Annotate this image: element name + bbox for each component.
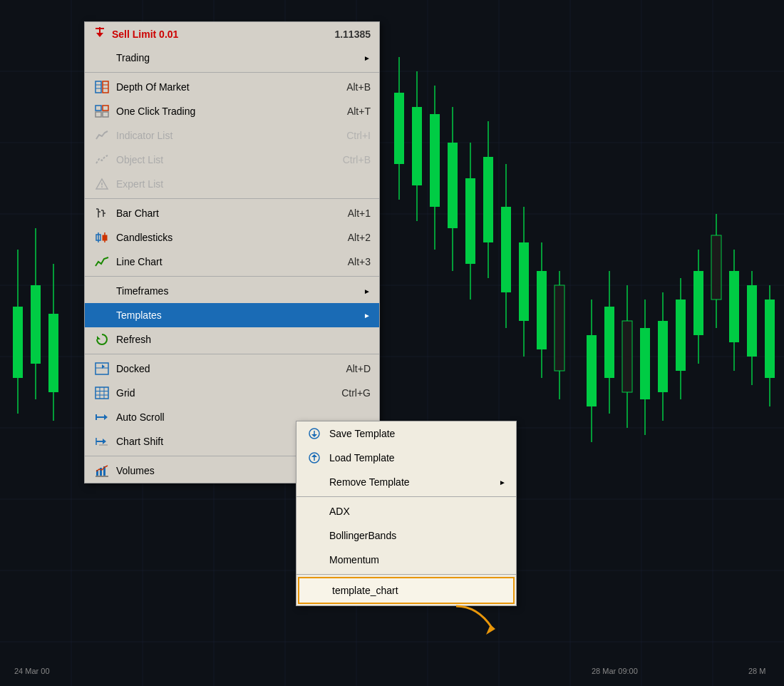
menu-item-object-list: Object List Ctrl+B (85, 148, 379, 172)
svg-rect-82 (96, 112, 101, 117)
refresh-icon (93, 331, 110, 348)
templates-arrow: ► (363, 312, 371, 319)
docked-icon (93, 360, 110, 377)
indicator-list-shortcut: Ctrl+I (346, 130, 371, 141)
menu-item-bar-chart[interactable]: Bar Chart Alt+1 (85, 201, 379, 225)
submenu-bollinger-bands[interactable]: BollingerBands (296, 523, 516, 548)
menu-item-docked[interactable]: Docked Alt+D (85, 357, 379, 381)
adx-icon (306, 503, 322, 519)
svg-rect-42 (501, 207, 511, 292)
trading-arrow: ► (363, 54, 371, 62)
svg-text:28 M: 28 M (748, 667, 765, 675)
svg-rect-75 (103, 81, 108, 93)
volumes-icon (93, 462, 110, 479)
sell-limit-label: Sell Limit 0.01 (112, 29, 178, 40)
submenu-load-template[interactable]: Load Template (296, 446, 516, 470)
templates-submenu: Save Template Load Template Remove Templ… (296, 421, 517, 606)
bollinger-bands-icon (306, 528, 322, 543)
sell-limit-price: 1.11385 (334, 29, 371, 40)
svg-rect-39 (448, 143, 458, 228)
momentum-label: Momentum (329, 554, 379, 565)
svg-marker-122 (486, 625, 495, 635)
svg-marker-72 (96, 33, 103, 37)
load-template-icon (306, 450, 322, 466)
svg-rect-80 (96, 106, 101, 111)
svg-rect-83 (103, 112, 108, 117)
svg-rect-62 (676, 300, 686, 371)
menu-item-indicator-list: Indicator List Ctrl+I (85, 123, 379, 148)
object-list-label: Object List (116, 154, 343, 165)
object-icon (93, 151, 110, 168)
save-template-label: Save Template (329, 428, 395, 439)
menu-item-refresh[interactable]: Refresh (85, 327, 379, 352)
svg-rect-24 (31, 285, 41, 364)
grid-icon (93, 384, 110, 401)
dom-shortcut: Alt+B (346, 81, 371, 93)
svg-rect-38 (430, 114, 440, 207)
submenu-save-template[interactable]: Save Template (296, 421, 516, 446)
bar-chart-icon (93, 205, 110, 222)
menu-item-candlesticks[interactable]: Candlesticks Alt+2 (85, 225, 379, 250)
menu-item-templates[interactable]: Templates ► (85, 303, 379, 327)
template-chart-label: template_chart (332, 585, 398, 596)
svg-rect-43 (519, 242, 529, 321)
svg-rect-25 (48, 314, 58, 392)
separator-1 (85, 72, 379, 73)
separator-2 (85, 198, 379, 199)
svg-rect-63 (693, 271, 703, 335)
dom-icon (93, 78, 110, 96)
separator-3 (85, 276, 379, 277)
svg-marker-106 (104, 414, 108, 420)
svg-text:28 Mar 09:00: 28 Mar 09:00 (592, 667, 638, 675)
menu-item-grid[interactable]: Grid Ctrl+G (85, 381, 379, 405)
sell-limit-item[interactable]: Sell Limit 0.01 1.11385 (85, 22, 379, 46)
submenu-momentum[interactable]: Momentum (296, 548, 516, 572)
menu-item-expert-list: Expert List (85, 172, 379, 196)
dom-label: Depth Of Market (116, 81, 346, 93)
menu-item-one-click-trading[interactable]: One Click Trading Alt+T (85, 99, 379, 123)
line-chart-label: Line Chart (116, 256, 348, 267)
docked-label: Docked (116, 363, 346, 374)
indicator-icon (93, 127, 110, 144)
menu-item-depth-of-market[interactable]: Depth Of Market Alt+B (85, 75, 379, 99)
refresh-label: Refresh (116, 334, 371, 345)
menu-item-timeframes[interactable]: Timeframes ► (85, 279, 379, 303)
template-chart-icon (309, 583, 325, 598)
svg-rect-40 (465, 178, 475, 264)
svg-rect-96 (103, 235, 107, 240)
svg-marker-109 (103, 439, 106, 444)
svg-rect-23 (13, 307, 23, 378)
svg-rect-81 (103, 106, 108, 111)
grid-label: Grid (116, 387, 341, 399)
load-template-label: Load Template (329, 452, 395, 464)
oct-label: One Click Trading (116, 106, 347, 117)
svg-rect-61 (658, 321, 668, 392)
sell-limit-icon (93, 26, 106, 42)
templates-icon (93, 307, 110, 324)
oct-shortcut: Alt+T (347, 106, 371, 117)
save-template-icon (306, 426, 322, 441)
expert-icon (93, 175, 110, 193)
timeframes-arrow: ► (363, 287, 371, 295)
svg-rect-45 (555, 285, 564, 371)
adx-label: ADX (329, 506, 350, 517)
line-chart-icon (93, 253, 110, 270)
expert-list-label: Expert List (116, 178, 371, 190)
submenu-adx[interactable]: ADX (296, 499, 516, 523)
templates-label: Templates (116, 309, 358, 321)
svg-marker-118 (311, 434, 317, 437)
svg-rect-57 (587, 335, 597, 406)
docked-shortcut: Alt+D (346, 363, 371, 374)
svg-rect-74 (96, 81, 101, 93)
object-list-shortcut: Ctrl+B (343, 154, 371, 165)
menu-item-line-chart[interactable]: Line Chart Alt+3 (85, 250, 379, 274)
line-chart-shortcut: Alt+3 (348, 256, 371, 267)
remove-template-label: Remove Template (329, 476, 410, 488)
svg-rect-37 (412, 107, 422, 185)
context-menu: Sell Limit 0.01 1.11385 Trading ► Depth … (84, 21, 380, 483)
sub-separator-1 (296, 496, 516, 497)
trading-label: Trading (116, 52, 358, 63)
menu-item-trading[interactable]: Trading ► (85, 46, 379, 70)
submenu-remove-template[interactable]: Remove Template ► (296, 470, 516, 494)
svg-rect-67 (765, 300, 775, 378)
